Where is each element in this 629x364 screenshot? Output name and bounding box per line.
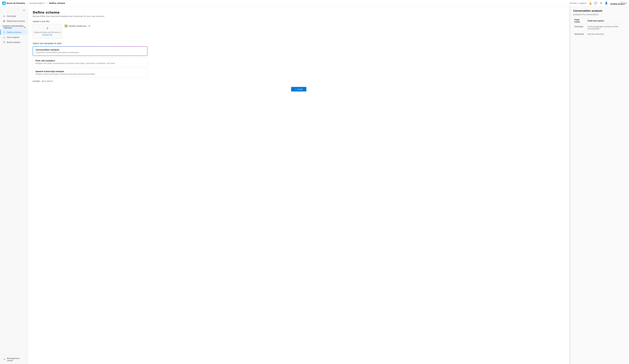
model-benchmarks-icon: ⊞	[3, 20, 5, 22]
template-section-label: Select one template to start	[33, 42, 565, 45]
breadcrumb-sep-2: /	[47, 2, 47, 4]
management-center-icon: →	[3, 358, 5, 361]
build-analyzer-icon: ⊙	[3, 41, 5, 44]
topnav-right: All hubs + projects 🔔 💬 ⚙ 👤 Project samp…	[570, 1, 627, 5]
field-desc-sentiment: Overall sentiment	[586, 31, 626, 37]
sidebar-item-build-analyzer[interactable]: ⊙ Build analyzer	[0, 40, 28, 45]
topnav-icons: 🔔 💬 ⚙ 👤	[588, 1, 608, 5]
breadcrumb-project[interactable]: sample-project ▾	[29, 2, 45, 4]
account-icon[interactable]: 👤	[604, 1, 608, 5]
overview-icon: ⌂	[3, 15, 5, 17]
panel-subtitle: Analysis of a conversation.	[573, 13, 626, 16]
top-navigation: Azure AI Foundry / sample-project ▾ / De…	[0, 0, 629, 6]
project-info: Project sample-project	[610, 1, 625, 5]
notifications-icon[interactable]: 🔔	[588, 1, 593, 5]
browse-link[interactable]: Browse file	[42, 34, 52, 36]
required-indicator: *	[49, 20, 50, 22]
right-panel: Conversation analysis Analysis of a conv…	[570, 6, 629, 364]
project-dropdown-chevron: ▾	[626, 2, 627, 4]
template-desc-post-call: Analyze call center conversations to ext…	[35, 62, 145, 64]
sidebar: ⊡ ⌂ Overview ⊞ Model benchmarks Content …	[0, 6, 28, 364]
main-layout: ⊡ ⌂ Overview ⊞ Model benchmarks Content …	[0, 6, 629, 364]
template-list: Conversation analysis Transcribe convers…	[33, 46, 148, 77]
sidebar-item-model-benchmarks[interactable]: ⊞ Model benchmarks	[0, 18, 28, 23]
page-title: Define schema	[33, 10, 565, 14]
sidebar-toggle-area: ⊡	[0, 8, 28, 13]
settings-icon[interactable]: ⚙	[599, 1, 603, 5]
field-desc-summary: A one-paragraph summary of the conversat…	[586, 24, 626, 31]
resize-handle[interactable]	[570, 6, 570, 364]
dropzone[interactable]: ⬆ Drag and drop one file here or Browse …	[33, 24, 62, 39]
col-field-desc: Field description	[586, 18, 626, 24]
table-row: Sentiment Overall sentiment	[573, 31, 626, 37]
file-check-icon: ✅	[64, 25, 67, 27]
file-delete-button[interactable]: 🗑	[88, 25, 91, 27]
content-understanding-section[interactable]: Content understanding PREVIEW ▲	[0, 23, 28, 30]
topnav-left: Azure AI Foundry / sample-project ▾ / De…	[2, 1, 65, 5]
create-checkmark-icon: ✓	[295, 88, 296, 90]
brand[interactable]: Azure AI Foundry	[2, 1, 25, 5]
template-title-conversation: Conversation analysis	[36, 49, 145, 51]
locales-label: Locales:	[33, 80, 40, 82]
template-title-speech: Speech transcript analysis	[35, 70, 145, 73]
fields-table: Field name Field description Summary A o…	[573, 18, 626, 37]
create-button[interactable]: ✓ Create	[291, 87, 307, 91]
sidebar-item-test-analyzer[interactable]: △ Test analyzer	[0, 35, 28, 40]
breadcrumb-sep-1: /	[27, 2, 27, 4]
brand-icon	[2, 1, 5, 5]
upload-area: ⬆ Drag and drop one file here or Browse …	[33, 24, 565, 39]
sidebar-item-management-center[interactable]: → Management center	[0, 356, 28, 363]
project-dropdown-icon: ▾	[44, 2, 45, 4]
sidebar-item-overview[interactable]: ⌂ Overview	[0, 13, 28, 18]
template-card-conversation-analysis[interactable]: Conversation analysis Transcribe convers…	[33, 46, 148, 56]
all-hubs-link[interactable]: All hubs + projects	[570, 2, 587, 4]
template-desc-speech: Analyze audio recordings to extract tran…	[35, 73, 145, 75]
upload-section-label: Upload a test file*	[33, 20, 565, 22]
sidebar-bottom: → Management center	[0, 355, 28, 363]
upload-icon: ⬆	[46, 27, 49, 30]
test-analyzer-icon: △	[3, 36, 5, 39]
locales-value: Auto detect	[42, 80, 53, 82]
chat-icon[interactable]: 💬	[594, 1, 598, 5]
template-title-post-call: Post call analytics	[35, 60, 145, 62]
field-name-summary: Summary	[573, 24, 586, 31]
field-name-sentiment: Sentiment	[573, 31, 586, 37]
sidebar-toggle-button[interactable]: ⊡	[22, 8, 26, 12]
project-selector[interactable]: Project sample-project ▾	[610, 1, 627, 5]
section-collapse-icon: ▲	[24, 26, 25, 28]
page-subtitle: Review fields from selected template and…	[33, 15, 565, 17]
locales-row: Locales: Auto detect	[33, 80, 565, 82]
content-area: Define schema Review fields from selecte…	[28, 6, 629, 364]
breadcrumb-current: Define schema	[49, 2, 65, 4]
file-name: Sample_Audio.wav	[69, 25, 87, 27]
panel-title: Conversation analysis	[573, 9, 626, 12]
table-row: Summary A one-paragraph summary of the c…	[573, 24, 626, 31]
template-card-speech-transcript[interactable]: Speech transcript analysis Analyze audio…	[33, 68, 148, 77]
brand-name: Azure AI Foundry	[6, 2, 25, 4]
template-desc-conversation: Transcribe conversations and extract sum…	[36, 51, 145, 54]
template-card-post-call-analytics[interactable]: Post call analytics Analyze call center …	[33, 57, 148, 67]
col-field-name: Field name	[573, 18, 586, 24]
create-bar: ✓ Create	[33, 82, 565, 94]
sidebar-item-define-schema[interactable]: ◇ Define schema	[0, 30, 28, 35]
define-schema-icon: ◇	[3, 31, 5, 33]
uploaded-file: ✅ Sample_Audio.wav 🗑	[64, 24, 91, 28]
dropzone-text: Drag and drop one file here or Browse fi…	[34, 31, 61, 36]
main-panel: Define schema Review fields from selecte…	[28, 6, 570, 364]
